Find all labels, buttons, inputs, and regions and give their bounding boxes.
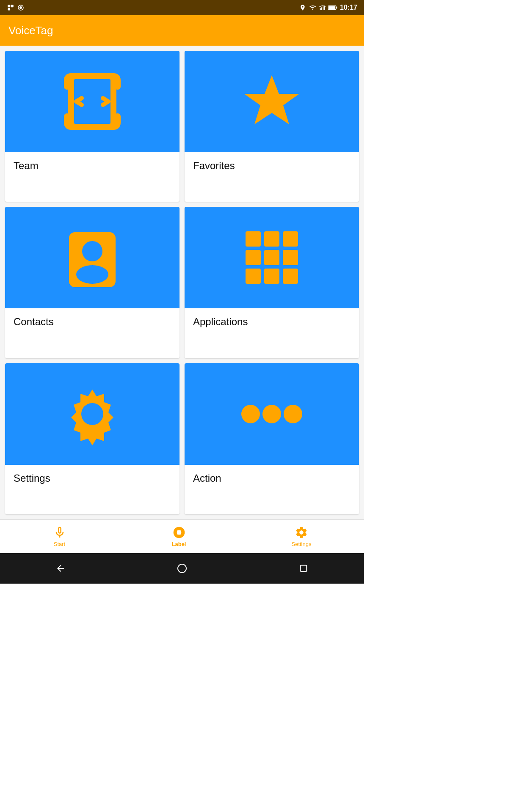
app-bar: VoiceTag (0, 15, 364, 46)
team-label: Team (5, 152, 179, 179)
system-nav (0, 553, 364, 584)
svg-rect-5 (320, 8, 321, 10)
favorites-icon-area (185, 51, 359, 152)
svg-rect-8 (324, 5, 325, 10)
svg-rect-25 (283, 269, 298, 284)
svg-rect-20 (246, 250, 261, 265)
apps-icon (238, 224, 306, 291)
nav-start-label: Start (54, 541, 65, 547)
action-icon-area (185, 363, 359, 465)
settings-card[interactable]: Settings (5, 363, 179, 514)
svg-rect-21 (264, 250, 279, 265)
svg-rect-6 (321, 7, 322, 10)
settings-icon-area (5, 363, 179, 465)
contacts-icon (58, 224, 126, 291)
nav-settings[interactable]: Settings (292, 526, 312, 547)
signal-icon (319, 4, 326, 11)
svg-point-28 (241, 405, 260, 423)
status-time: 10:17 (340, 4, 357, 11)
status-bar: 10:17 (0, 0, 364, 15)
svg-rect-10 (336, 7, 337, 8)
nav-label-label: Label (172, 541, 186, 547)
battery-icon (328, 5, 337, 11)
svg-rect-22 (283, 250, 298, 265)
applications-icon-area (185, 207, 359, 308)
svg-rect-18 (264, 231, 279, 247)
mic-icon (53, 526, 66, 539)
contacts-label: Contacts (5, 308, 179, 335)
record-icon (17, 4, 25, 11)
team-card[interactable]: Team (5, 51, 179, 202)
contacts-card[interactable]: Contacts (5, 207, 179, 358)
svg-marker-13 (244, 75, 299, 124)
svg-point-30 (284, 405, 302, 423)
wifi-icon (309, 4, 316, 11)
svg-point-15 (82, 241, 102, 261)
svg-point-16 (76, 265, 108, 284)
action-card[interactable]: Action (185, 363, 359, 514)
favorites-label: Favorites (185, 152, 359, 179)
team-icon-area (5, 51, 179, 152)
settings-icon (58, 380, 126, 448)
svg-rect-24 (264, 269, 279, 284)
gear-icon (295, 526, 308, 539)
nav-settings-label: Settings (292, 541, 312, 547)
action-label: Action (185, 465, 359, 492)
svg-rect-19 (283, 231, 298, 247)
label-icon (172, 526, 186, 539)
svg-rect-0 (8, 5, 10, 7)
settings-label: Settings (5, 465, 179, 492)
more-icon (238, 380, 306, 448)
svg-point-27 (81, 403, 103, 425)
favorites-card[interactable]: Favorites (185, 51, 359, 202)
svg-rect-1 (11, 5, 14, 7)
svg-point-2 (8, 8, 10, 11)
svg-point-29 (262, 405, 281, 423)
star-icon (238, 68, 306, 135)
applications-label: Applications (185, 308, 359, 335)
nav-label-item[interactable]: Label (172, 526, 186, 547)
home-button[interactable] (174, 560, 190, 577)
status-bar-left (7, 4, 296, 11)
svg-rect-7 (323, 6, 323, 10)
status-icons: 10:17 (299, 4, 357, 11)
svg-point-4 (19, 6, 22, 9)
svg-rect-11 (329, 6, 335, 9)
svg-rect-34 (300, 565, 306, 572)
bottom-nav: Start Label Settings (0, 519, 364, 553)
svg-rect-23 (246, 269, 261, 284)
grid-content: Team Favorites Contacts (0, 46, 364, 519)
notification-icon (7, 4, 14, 11)
app-title: VoiceTag (8, 24, 53, 37)
team-icon (58, 68, 126, 135)
applications-card[interactable]: Applications (185, 207, 359, 358)
contacts-icon-area (5, 207, 179, 308)
location-icon (299, 4, 306, 11)
nav-start[interactable]: Start (53, 526, 66, 547)
back-button[interactable] (52, 560, 69, 577)
svg-point-33 (178, 564, 186, 573)
svg-rect-17 (246, 231, 261, 247)
recents-button[interactable] (295, 560, 312, 577)
